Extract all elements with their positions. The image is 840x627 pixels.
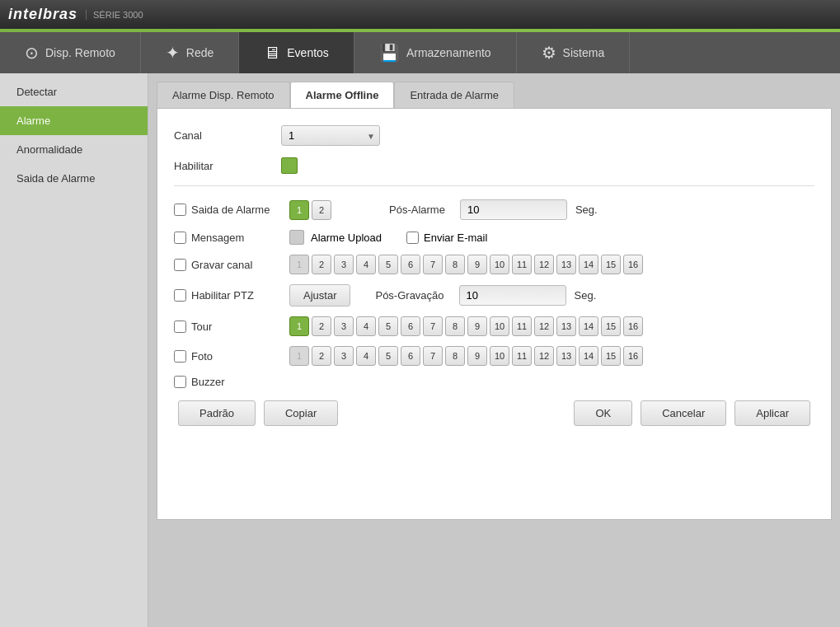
habilitar-ptz-checkbox[interactable]	[174, 289, 186, 302]
habilitar-checkbox[interactable]	[281, 157, 298, 174]
tab-armazenamento[interactable]: 💾 Armazenamento	[354, 32, 517, 73]
sidebar-item-anormalidade[interactable]: Anormalidade	[0, 135, 148, 164]
foto-num-4[interactable]: 4	[356, 346, 376, 366]
foto-num-9[interactable]: 9	[467, 346, 487, 366]
gravar-num-1[interactable]: 1	[289, 255, 309, 274]
tab-sistema[interactable]: ⚙ Sistema	[517, 32, 631, 73]
tour-num-1[interactable]: 1	[289, 316, 309, 336]
tab-eventos-label: Eventos	[287, 46, 329, 59]
gravar-num-11[interactable]: 11	[512, 255, 532, 274]
tour-num-12[interactable]: 12	[534, 316, 554, 336]
gravar-num-14[interactable]: 14	[579, 255, 598, 274]
tour-num-4[interactable]: 4	[356, 316, 376, 336]
copiar-button[interactable]: Copiar	[264, 400, 338, 426]
cancelar-button[interactable]: Cancelar	[641, 400, 726, 426]
sub-tab-entrada-de-alarme[interactable]: Entrada de Alarme	[394, 82, 514, 108]
tour-num-5[interactable]: 5	[378, 316, 398, 336]
ok-button[interactable]: OK	[574, 400, 632, 426]
tab-sistema-label: Sistema	[563, 46, 605, 59]
pos-alarme-label: Pós-Alarme	[389, 204, 445, 216]
tour-num-3[interactable]: 3	[334, 316, 354, 336]
tour-num-10[interactable]: 10	[490, 316, 509, 336]
habilitar-row: Habilitar	[174, 157, 814, 174]
mensagem-checkbox[interactable]	[174, 232, 186, 244]
tour-num-14[interactable]: 14	[579, 316, 598, 336]
gravar-num-12[interactable]: 12	[534, 255, 554, 274]
pos-gravacao-seg: Seg.	[575, 289, 597, 302]
habilitar-label: Habilitar	[174, 160, 273, 172]
pos-gravacao-input[interactable]	[459, 285, 566, 306]
gravar-num-3[interactable]: 3	[334, 255, 354, 274]
tab-rede[interactable]: ✦ Rede	[141, 32, 239, 73]
enviar-email-group: Enviar E-mail	[406, 232, 487, 244]
gravar-num-9[interactable]: 9	[467, 255, 487, 274]
foto-num-8[interactable]: 8	[445, 346, 465, 366]
sub-tab-alarme-disp-remoto[interactable]: Alarme Disp. Remoto	[157, 82, 290, 108]
foto-num-13[interactable]: 13	[556, 346, 576, 366]
canal-label: Canal	[174, 129, 273, 142]
foto-checkbox[interactable]	[174, 350, 186, 363]
foto-num-15[interactable]: 15	[601, 346, 621, 366]
canal-select[interactable]: 1	[281, 125, 380, 146]
saida-de-alarme-label-group: Saida de Alarme	[174, 204, 281, 216]
enviar-email-checkbox[interactable]	[406, 232, 419, 244]
saida-num-1[interactable]: 1	[289, 200, 309, 220]
content-area: Alarme Disp. Remoto Alarme Offline Entra…	[148, 73, 840, 627]
rede-icon: ✦	[166, 43, 180, 63]
aplicar-button[interactable]: Aplicar	[734, 400, 810, 426]
gravar-num-6[interactable]: 6	[401, 255, 420, 274]
alarme-upload-checkbox[interactable]	[289, 230, 304, 245]
ajustar-button[interactable]: Ajustar	[289, 284, 350, 306]
gravar-num-7[interactable]: 7	[423, 255, 443, 274]
sidebar-item-detectar[interactable]: Detectar	[0, 77, 148, 106]
pos-alarme-input[interactable]	[460, 199, 567, 220]
foto-num-6[interactable]: 6	[401, 346, 420, 366]
saida-de-alarme-checkbox[interactable]	[174, 204, 186, 216]
sub-tab-alarme-offline[interactable]: Alarme Offline	[290, 82, 395, 108]
disp-remoto-icon: ⊙	[25, 43, 39, 63]
tour-num-7[interactable]: 7	[423, 316, 443, 336]
tour-num-11[interactable]: 11	[512, 316, 532, 336]
foto-num-10[interactable]: 10	[490, 346, 509, 366]
gravar-num-13[interactable]: 13	[556, 255, 576, 274]
tour-checkbox[interactable]	[174, 321, 186, 333]
foto-num-12[interactable]: 12	[534, 346, 554, 366]
tour-num-8[interactable]: 8	[445, 316, 465, 336]
foto-num-5[interactable]: 5	[378, 346, 398, 366]
foto-num-1[interactable]: 1	[289, 346, 309, 366]
foto-nums: 1 2 3 4 5 6 7 8 9 10 11 12 13 14	[289, 346, 643, 366]
tour-num-2[interactable]: 2	[312, 316, 331, 336]
tab-eventos[interactable]: 🖥 Eventos	[239, 32, 354, 73]
tab-disp-remoto[interactable]: ⊙ Disp. Remoto	[0, 32, 141, 73]
alarme-upload-label: Alarme Upload	[311, 232, 382, 244]
tour-num-9[interactable]: 9	[467, 316, 487, 336]
foto-num-11[interactable]: 11	[512, 346, 532, 366]
gravar-canal-checkbox[interactable]	[174, 259, 186, 271]
gravar-num-15[interactable]: 15	[601, 255, 621, 274]
sidebar-item-saida-de-alarme[interactable]: Saida de Alarme	[0, 164, 148, 193]
foto-num-7[interactable]: 7	[423, 346, 443, 366]
brand-logo: intelbras SÉRIE 3000	[8, 6, 143, 23]
tour-num-15[interactable]: 15	[601, 316, 621, 336]
foto-num-3[interactable]: 3	[334, 346, 354, 366]
foto-num-2[interactable]: 2	[312, 346, 331, 366]
habilitar-ptz-row: Habilitar PTZ Ajustar Pós-Gravação Seg.	[174, 284, 814, 306]
gravar-num-10[interactable]: 10	[490, 255, 509, 274]
tour-num-6[interactable]: 6	[401, 316, 420, 336]
gravar-num-4[interactable]: 4	[356, 255, 376, 274]
sidebar-alarme-label: Alarme	[16, 115, 50, 127]
foto-num-14[interactable]: 14	[579, 346, 598, 366]
mensagem-label-group: Mensagem	[174, 232, 281, 244]
gravar-num-2[interactable]: 2	[312, 255, 331, 274]
foto-num-16[interactable]: 16	[623, 346, 643, 366]
tour-num-13[interactable]: 13	[556, 316, 576, 336]
saida-num-2[interactable]: 2	[312, 200, 331, 220]
gravar-num-8[interactable]: 8	[445, 255, 465, 274]
pos-alarme-seg: Seg.	[575, 204, 598, 216]
buzzer-checkbox[interactable]	[174, 376, 186, 388]
tour-num-16[interactable]: 16	[623, 316, 643, 336]
gravar-num-5[interactable]: 5	[378, 255, 398, 274]
gravar-num-16[interactable]: 16	[623, 255, 643, 274]
padrao-button[interactable]: Padrão	[178, 400, 256, 426]
sidebar-item-alarme[interactable]: Alarme	[0, 106, 148, 135]
